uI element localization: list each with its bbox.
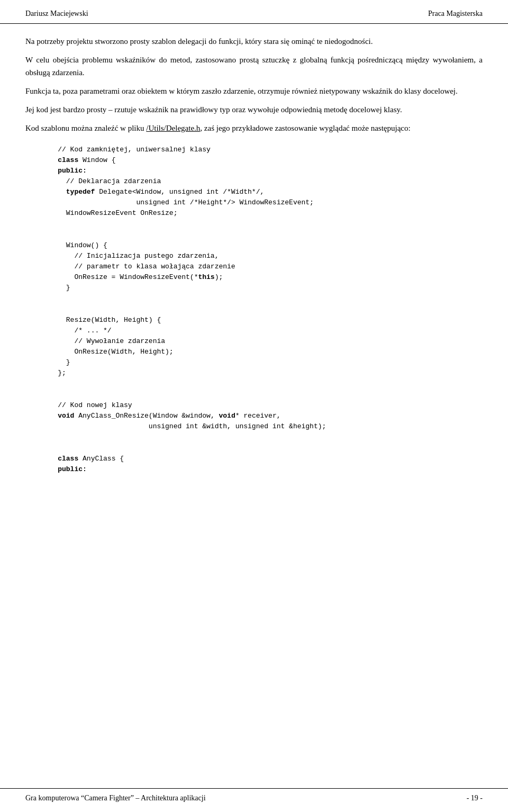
page-footer: Gra komputerowa “Camera Fighter” – Archi… <box>0 788 508 802</box>
code-keyword-void: void <box>58 412 74 420</box>
footer-title: Gra komputerowa “Camera Fighter” – Archi… <box>25 794 206 802</box>
code-keyword-public1: public: <box>58 167 87 175</box>
paragraph-5: Kod szablonu można znaleźć w pliku /Util… <box>25 122 483 134</box>
paragraph-3: Funkcja ta, poza parametrami oraz obiekt… <box>25 85 483 97</box>
code-comment-4: // parametr to klasa wołająca zdarzenie <box>74 263 235 270</box>
paragraph-1: Na potrzeby projektu stworzono prosty sz… <box>25 35 483 48</box>
code-comment-6: // Wywołanie zdarzenia <box>74 337 165 345</box>
code-keyword-class2: class <box>58 455 78 463</box>
code-comment-2: // Deklaracja zdarzenia <box>66 177 161 185</box>
code-comment-5: /* ... */ <box>74 327 111 335</box>
header-author: Dariusz Maciejewski <box>25 10 88 18</box>
code-keyword-void2: void <box>219 412 235 420</box>
footer-page-number: - 19 - <box>467 794 483 802</box>
page-header: Dariusz Maciejewski Praca Magisterska <box>0 0 508 24</box>
page: Dariusz Maciejewski Praca Magisterska Na… <box>0 0 508 812</box>
paragraph-2: W celu obejścia problemu wskaźników do m… <box>25 54 483 79</box>
code-keyword-public2: public: <box>58 465 87 473</box>
paragraph-4: Jej kod jest bardzo prosty – rzutuje wsk… <box>25 104 483 116</box>
code-comment-1: // Kod zamkniętej, uniwersalnej klasy <box>41 146 211 154</box>
main-content: Na potrzeby projektu stworzono prosty sz… <box>0 24 508 495</box>
code-block: // Kod zamkniętej, uniwersalnej klasy cl… <box>25 145 483 475</box>
code-comment-3: // Inicjalizacja pustego zdarzenia, <box>74 252 219 260</box>
code-keyword-typedef: typedef <box>66 188 95 196</box>
code-keyword-class1: class <box>58 156 78 164</box>
header-title: Praca Magisterska <box>428 10 483 18</box>
code-comment-7: // Kod nowej klasy <box>58 401 132 409</box>
code-keyword-this: this <box>198 273 214 281</box>
file-link[interactable]: /Utils/Delegate.h <box>146 124 200 132</box>
